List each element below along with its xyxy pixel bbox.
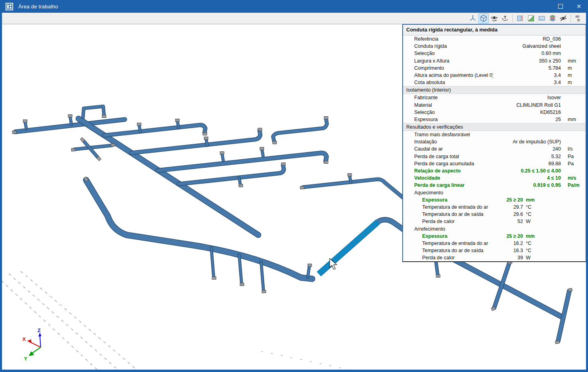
property-label: Perda de carga linear [414, 182, 493, 189]
property-row: Espessura25 ≥ 20mm [403, 196, 586, 204]
app-icon[interactable] [6, 3, 13, 10]
property-label: Temperatura de entrada do ar [422, 240, 495, 247]
turntable-rotate-icon [501, 14, 509, 22]
property-label: Material [414, 102, 493, 109]
property-value: 52 [495, 218, 523, 225]
property-row: Temperatura do ar de saída29.6°C [403, 211, 586, 218]
property-label: Perda de carga total [414, 153, 493, 160]
property-unit: m [568, 65, 586, 72]
property-row: ReferênciaRD_036 [403, 35, 586, 43]
property-label: Temperatura do ar de saída [422, 247, 495, 254]
property-label: Temperatura de entrada do ar [422, 204, 495, 211]
property-value: Isover [493, 94, 561, 101]
property-unit: Pa/m [568, 182, 586, 189]
panel-body: ReferênciaRD_036Conduta rígidaGalvanized… [403, 35, 586, 261]
layers-icon [549, 14, 557, 22]
property-unit: mm [526, 233, 586, 240]
property-row: Comprimento5.784m [403, 65, 586, 72]
property-row: Selecção0.60 mm [403, 50, 586, 57]
property-value: 29.7 [495, 204, 523, 211]
property-value: 25 [493, 116, 561, 123]
property-row: Perda de carga linear0.919 ≤ 0.95Pa/m [403, 182, 586, 189]
property-value: 0.60 mm [493, 50, 561, 57]
property-unit [568, 225, 586, 233]
property-row: Perda de calor39W [403, 254, 586, 261]
property-row: Perda de carga total5.32Pa [403, 153, 586, 160]
view-3d-settings-icon[interactable]: 3D⚙ [573, 13, 584, 23]
property-unit [568, 109, 586, 116]
property-value [493, 189, 561, 196]
property-value: 16.3 [495, 247, 523, 254]
selected-duct-segment[interactable] [319, 222, 378, 274]
property-row: Tramo mais desfavorável [403, 131, 586, 138]
property-label: Altura acima do pavimento (Level 0) [414, 72, 493, 79]
property-value: 0.919 ≤ 0.95 [493, 182, 561, 189]
section-plane-icon[interactable] [515, 13, 525, 23]
property-unit [568, 189, 586, 196]
property-value: 29.6 [495, 211, 523, 218]
view-cube-icon[interactable] [478, 13, 489, 23]
property-label: Temperatura do ar de saída [422, 211, 495, 218]
view-toolbar: 3D⚙ [2, 13, 586, 24]
property-row: Perda de calor52W [403, 218, 586, 225]
property-label: Relação de aspecto [414, 167, 493, 174]
property-label: Comprimento [414, 65, 493, 72]
layers-icon[interactable] [547, 13, 558, 23]
property-label: Instalação [414, 138, 493, 145]
property-unit: Pa [568, 160, 586, 167]
property-unit: m [568, 79, 586, 86]
property-value: 4 ≤ 10 [493, 174, 561, 182]
hide-elements-icon[interactable] [558, 13, 568, 23]
property-unit: m [568, 72, 586, 79]
property-unit: mm [568, 57, 586, 65]
property-row: Caudal de ar240l/s [403, 145, 586, 153]
property-row: Espessura25 ≥ 20mm [403, 233, 586, 240]
maximize-button[interactable] [551, 0, 570, 13]
property-unit: °C [526, 211, 586, 218]
property-value: 69.88 [493, 160, 561, 167]
property-unit [568, 35, 586, 43]
property-value: 3.4 [493, 72, 561, 79]
titlebar: Área de trabalho ✕ [0, 0, 588, 13]
property-row: Relação de aspecto0.25 ≤ 1.50 ≤ 4.00 [403, 167, 586, 174]
panel-title: Conduta rígida rectangular, à medida [403, 25, 586, 35]
property-row: Temperatura do ar de saída16.3°C [403, 247, 586, 254]
property-unit [568, 167, 586, 174]
property-row: InstalaçãoAr de impulsão (SUP) [403, 138, 586, 145]
application-window: { "window": { "title": "Área de trabalho… [0, 0, 588, 372]
property-value: 25 ≥ 20 [495, 233, 523, 240]
orbit-view-icon [490, 14, 498, 22]
slope-plane-icon[interactable] [526, 13, 536, 23]
property-unit [568, 131, 586, 138]
property-label: Referência [414, 35, 493, 43]
property-row: Temperatura de entrada do ar29.7°C [403, 204, 586, 211]
section-plane-icon [516, 14, 524, 22]
property-row: MaterialCLIMLINER Roll G1 [403, 102, 586, 109]
property-value: 25 ≥ 20 [495, 196, 523, 204]
property-label: Arrefecimento [414, 225, 493, 233]
property-value: Galvanized sheet [493, 43, 561, 50]
property-label: Cota absoluta [414, 79, 493, 86]
turntable-rotate-icon[interactable] [500, 13, 510, 23]
section-header: Isolamento (Interior) [403, 86, 586, 94]
property-value: 3.4 [493, 79, 561, 86]
property-label: Selecção [414, 50, 493, 57]
construction-dashed-lines [2, 271, 361, 370]
property-label: Espessura [422, 233, 495, 240]
properties-panel: Conduta rígida rectangular, à medida Ref… [402, 24, 586, 262]
property-unit: l/s [568, 145, 586, 153]
property-value: 5.784 [493, 65, 561, 72]
property-label: Perda de calor [422, 218, 495, 225]
section-header: Resultados e verificações [403, 123, 586, 131]
property-label: Conduta rígida [414, 43, 493, 50]
work-plane-icon[interactable] [537, 13, 547, 23]
axis-x-label: X [22, 336, 26, 342]
property-row: SelecçãoKD65216 [403, 109, 586, 116]
close-button[interactable]: ✕ [570, 0, 588, 13]
property-value: CLIMLINER Roll G1 [493, 102, 561, 109]
axes-icon[interactable] [468, 13, 478, 23]
property-value: 350 x 250 [493, 57, 561, 65]
orbit-view-icon[interactable] [489, 13, 500, 23]
property-row: Altura acima do pavimento (Level 0)3.4m [403, 72, 586, 79]
axis-y-label: Y [24, 356, 28, 362]
